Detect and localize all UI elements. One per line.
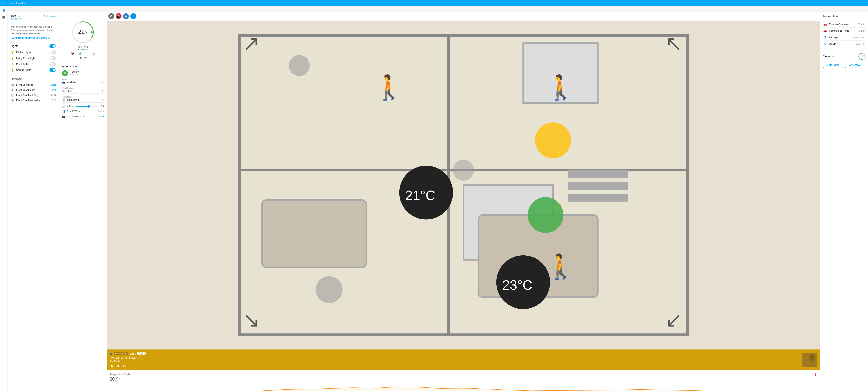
tv-off-icon: 📺	[62, 115, 65, 118]
floorplan-area: ↗ ↖ ↘ ↙ 🚶 🚶 🚶 21°C 23°C	[107, 21, 820, 350]
floorplan-settings-icon[interactable]: ⚙	[108, 13, 114, 19]
info-item-value: 41 min	[858, 29, 865, 32]
media-card: 📺 Family Room easy RIDER I Wasn't Born T…	[107, 350, 820, 370]
app-title: Home Assistant	[7, 1, 27, 5]
front-door-motion-clear[interactable]: Clear	[51, 89, 56, 91]
dollar-icon: $	[823, 42, 827, 46]
panel-information-security: Information 🚗 Morning Commute 37 min 🚗 C…	[820, 12, 868, 391]
list-item: 🕐 Front Door Last Ding 06:44	[11, 92, 56, 98]
next-demo-button[interactable]: NEXT DEMO	[44, 15, 56, 17]
tv-off-run-button[interactable]: RUN	[99, 115, 104, 118]
eye-icon: 👁	[823, 36, 827, 39]
top-nav: ☰ Home Assistant	[0, 0, 868, 6]
list-item: 🕐 Front Door Last Motion 13:21	[11, 98, 56, 103]
garage-lights-toggle[interactable]	[50, 68, 56, 72]
activity-field: Activity 📺 YouTube ▼	[62, 78, 104, 85]
family-room-icon: 📺	[110, 353, 113, 355]
menu-icon[interactable]: ☰	[2, 1, 5, 5]
doorbell-item-name: Front Door Last Motion	[16, 99, 49, 102]
svg-point-27	[453, 160, 474, 180]
volume-slider-thumb[interactable]	[87, 105, 90, 108]
security-header: Security ✓	[823, 53, 865, 60]
left-sidebar	[0, 6, 8, 391]
thermometer-icon: 🌡	[814, 373, 817, 376]
sidebar-item-grid[interactable]	[1, 7, 7, 13]
panel-lights-doorbell: ARS Home by Arsaboo NEXT DEMO Welcome ho…	[8, 12, 59, 391]
doorbell-icon: 🏠	[11, 83, 14, 86]
info-item-value: 37 min	[858, 23, 865, 26]
thermostat-power-icon[interactable]: ⏻	[92, 52, 95, 55]
thermostat-more-icon[interactable]: ⋮	[100, 15, 104, 19]
media-prev-button[interactable]: ⏮	[110, 364, 114, 368]
svg-text:↗: ↗	[243, 32, 260, 55]
svg-rect-29	[568, 182, 628, 190]
front-door-ding-clear[interactable]: Clear	[51, 84, 56, 86]
svg-point-33	[811, 355, 814, 359]
hdmi-input-row[interactable]: 📡 InputHdmi4 ▼	[62, 98, 104, 103]
activity-icon: 📺	[62, 81, 65, 84]
svg-point-20	[535, 122, 571, 158]
sidebar-item-chat[interactable]	[1, 15, 7, 21]
hdmi-switcher-icon: 📡	[62, 89, 65, 92]
media-room-label: Family Room	[114, 352, 128, 355]
media-pause-button[interactable]: ⏸	[116, 364, 120, 368]
list-item: 💡 Kitchen Lights	[11, 50, 56, 55]
hdmi-input-value: InputHdmi4	[67, 99, 100, 101]
hdmi-switcher-field: HDMI Switcher 📡 Shield ▼	[62, 87, 104, 94]
temp-study-unit: °C	[119, 378, 122, 380]
front-door-last-ding-time: 06:44	[51, 94, 56, 96]
hdmi-input-field: HDMI Input 📡 InputHdmi4 ▼	[62, 96, 104, 103]
harmony-info: Harmony YouTube	[70, 71, 80, 76]
learn-more-link[interactable]: LEARN MORE ABOUT HOME ASSISTANT	[11, 36, 56, 40]
temp-chart	[110, 383, 817, 391]
svg-text:🚶: 🚶	[374, 73, 404, 102]
svg-text:↙: ↙	[665, 308, 683, 332]
svg-text:↘: ↘	[243, 308, 260, 332]
entertainment-section: Entertainment H Harmony YouTube Activity…	[59, 62, 107, 121]
hdmi-input-chevron-icon: ▼	[101, 99, 104, 101]
harmony-current-activity: YouTube	[70, 73, 80, 76]
clock-icon: 🕐	[11, 99, 14, 102]
activity-row[interactable]: 📺 YouTube ▼	[62, 81, 104, 85]
front-door-last-motion-time: 13:21	[51, 99, 56, 102]
light-name: Kitchen Lights	[16, 51, 48, 54]
svg-point-2	[91, 31, 93, 33]
tv-off-label: Turn Television off	[67, 115, 97, 118]
doorbell-item-name: Front Door Motion	[16, 89, 49, 91]
kitchen-lights-toggle[interactable]	[50, 51, 56, 54]
welcome-text: Welcome home! You've reached the Home As…	[11, 26, 55, 35]
lights-main-toggle[interactable]	[50, 44, 56, 48]
security-title: Security	[823, 55, 834, 58]
hdmi-switcher-row[interactable]: 📡 Shield ▼	[62, 89, 104, 94]
tv-time-value: 0.42 h	[98, 110, 104, 113]
harmony-row: H Harmony YouTube	[62, 70, 104, 76]
arm-away-button[interactable]: ARM AWAY	[845, 63, 865, 68]
thermostat-fan-icon[interactable]: ❄	[86, 52, 88, 55]
ars-by[interactable]: by Arsaboo	[11, 18, 24, 20]
thermostat-circle[interactable]: 22°C	[71, 20, 95, 44]
volume-icon: 🔊	[62, 105, 65, 108]
light-name: Living Room Lights	[16, 57, 48, 59]
tv-off-row: 📺 Turn Television off RUN	[62, 115, 104, 118]
hdmi-switcher-chevron-icon: ▼	[101, 90, 104, 92]
floorplan-camera-icon[interactable]: 📷	[116, 13, 122, 19]
arm-home-button[interactable]: ARM HOME	[823, 63, 843, 68]
doorbell-title: Doorbell	[11, 78, 22, 81]
list-item: 🚗 Commute to Home 41 min	[823, 28, 865, 34]
info-item-label: PlexSpy	[829, 36, 851, 39]
floorplan-home-icon[interactable]: 🏠	[123, 13, 129, 19]
svg-rect-4	[240, 36, 448, 170]
porch-lights-toggle[interactable]	[50, 62, 56, 66]
floorplan-location-icon[interactable]: 📍	[130, 13, 136, 19]
media-artwork	[802, 353, 817, 367]
info-item-label: USDINR	[829, 43, 852, 45]
thermostat-section: ⋮ 22°C 20.0 - 24.0 Auto - Away 📅 💧	[59, 12, 107, 62]
media-next-button[interactable]: ⏭	[123, 364, 127, 368]
svg-rect-10	[262, 200, 366, 267]
media-room-header: 📺 Family Room easy RIDER	[110, 352, 800, 356]
volume-slider[interactable]	[75, 106, 98, 107]
thermostat-schedule-icon[interactable]: 📅	[71, 52, 75, 55]
living-room-lights-toggle[interactable]	[50, 56, 56, 60]
thermostat-humidity-icon[interactable]: 💧	[79, 52, 82, 55]
svg-text:↖: ↖	[665, 32, 683, 55]
